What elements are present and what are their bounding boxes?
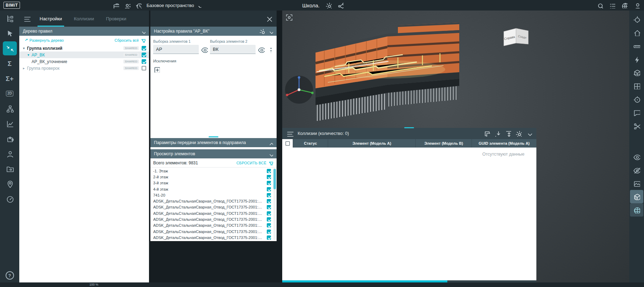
sum-plus-tool[interactable]: Σ+ [3,71,17,86]
transfer-params-header[interactable]: Параметры передачи элементов в подправил… [150,138,277,147]
scrollbar-thumb[interactable] [273,169,276,189]
list-item[interactable]: 2-й этаж [150,174,272,180]
tree-row-checkbox[interactable] [142,53,146,57]
add-exclusion-button[interactable] [153,66,160,73]
collapse-arrow-icon[interactable]: ▾ [21,46,26,50]
item-checkbox[interactable] [267,169,271,173]
selection-1-visibility-button[interactable] [201,46,208,53]
grid-tool[interactable] [630,79,643,93]
collapse-panel-icon[interactable] [526,130,532,137]
selection-1-input[interactable] [153,45,199,54]
item-checkbox[interactable] [267,187,271,191]
tab-settings[interactable]: Настройки [34,11,68,27]
column-element-b[interactable]: Элемент (Модель B) [415,139,472,148]
elements-reset-link[interactable]: СБРОСИТЬ ВСЁ [236,160,273,165]
hide-elements-tool[interactable] [630,163,643,177]
selection-2-input[interactable] [210,45,256,54]
search-icon[interactable] [597,2,603,8]
list-item[interactable]: ADSK_ДетальСтальнаяСварная_Отвод_ГОСТ173… [150,210,272,216]
selection-2-more-button[interactable] [267,47,273,53]
tree-row-checkbox[interactable] [142,66,146,70]
dashboard-tool[interactable] [3,192,17,206]
drawings-2d-tool[interactable]: 2D [3,87,17,101]
help-button[interactable]: ? [6,271,14,280]
quick-clash-tool[interactable] [630,53,643,66]
structure-tool[interactable] [3,102,17,116]
section-box-tool[interactable] [630,66,643,79]
item-checkbox[interactable] [267,217,271,221]
collisions-drag-handle[interactable] [404,127,414,128]
item-checkbox[interactable] [267,211,271,216]
gear-icon[interactable] [259,28,265,34]
team-icon[interactable] [124,2,130,8]
export-icon[interactable] [494,130,501,137]
tree-row-checkbox[interactable] [142,46,146,50]
list-scrollbar[interactable] [273,168,276,240]
column-element-a[interactable]: Элемент (Модель A) [328,139,415,148]
history-icon[interactable] [135,2,142,8]
app-logo[interactable]: BIMiT [4,2,20,9]
sphere-view-tool[interactable] [630,203,643,217]
sum-tool[interactable]: Σ [3,56,17,70]
list-item[interactable]: 3-й этаж [150,180,272,186]
reset-all-link[interactable]: Сбросить всё [115,38,145,43]
item-checkbox[interactable] [267,175,271,179]
account-icon[interactable] [633,2,640,8]
users-tool[interactable] [3,147,17,161]
item-checkbox[interactable] [267,199,271,203]
list-item[interactable]: ADSK_ДетальСтальнаяСварная_Отвод_ГОСТ173… [150,223,272,228]
column-status[interactable]: Статус [293,139,328,148]
expand-arrow-icon[interactable]: ▸ [21,66,26,70]
tree-row-collision-group[interactable]: ▾ Группа коллизий SHARED [19,45,149,52]
copy-icon[interactable] [484,130,490,137]
model-tree-tool[interactable] [3,11,17,25]
item-checkbox[interactable] [267,181,271,185]
list-item[interactable]: ADSK_ДетальСтальнаяСварная_Отвод_ГОСТ173… [150,234,272,240]
item-checkbox[interactable] [267,193,271,197]
panel-menu-icon[interactable] [23,15,30,22]
item-checkbox[interactable] [267,230,271,234]
tree-row-ar-vk-clarify[interactable]: АР_ВК_уточнение SHARED [19,58,149,65]
viewport-crop-icon[interactable] [285,13,293,21]
access-tool[interactable] [3,177,17,191]
measure-tool[interactable] [630,39,643,53]
item-checkbox[interactable] [267,223,271,227]
materials-tool[interactable] [630,190,643,203]
item-checkbox[interactable] [267,235,271,240]
select-all-checkbox[interactable] [285,141,290,146]
tree-row-ar-vk[interactable]: ▾ АР_ВК SHARED [19,52,149,58]
tree-row-checkbox[interactable] [142,59,146,64]
selection-2-visibility-button[interactable] [258,46,265,53]
workspace-selector[interactable]: Базовое пространство [147,3,201,8]
collapse-arrow-icon[interactable]: ▾ [26,53,31,57]
close-icon[interactable] [265,15,272,22]
section-cut-tool[interactable] [630,119,643,132]
list-menu-icon[interactable] [609,2,615,8]
list-item[interactable]: ADSK_ДетальСтальнаяСварная_Отвод_ГОСТ173… [150,204,272,210]
list-item[interactable]: -1. Этаж [150,168,272,174]
comments-tool[interactable] [630,106,643,119]
rule-settings-header[interactable]: Настройка правила "АР_ВК" [150,27,277,36]
globe-icon[interactable] [621,2,628,8]
panel-menu-icon[interactable] [286,130,293,137]
charts-tool[interactable] [3,117,17,131]
projects-icon[interactable] [113,2,119,8]
snapshot-tool[interactable] [630,177,643,190]
settings-icon[interactable] [515,130,522,137]
tab-collisions[interactable]: Коллизии [68,11,100,27]
tab-checks[interactable]: Проверки [100,11,132,27]
item-checkbox[interactable] [267,205,271,209]
elements-list[interactable]: -1. Этаж 2-й этаж 3-й этаж 4-й этаж 741-… [150,168,272,241]
locate-element-tool[interactable] [630,93,643,106]
column-guid-a[interactable]: GUID элемента (Модель A) [472,139,536,148]
drag-handle[interactable] [209,136,218,137]
clash-detection-tool[interactable] [3,41,17,55]
tree-row-check-group[interactable]: ▸ Группа проверок SHARED [19,65,149,71]
elements-view-header[interactable]: Просмотр элементов [150,149,277,158]
expand-tree-link[interactable]: Развернуть дерево [23,38,64,43]
list-item[interactable]: ADSK_ДетальСтальнаяСварная_Отвод_ГОСТ173… [150,216,272,222]
select-tool[interactable] [3,26,17,40]
list-item[interactable]: ADSK_ДетальСтальнаяСварная_Отвод_ГОСТ173… [150,228,272,234]
home-view-tool[interactable] [630,26,643,39]
show-elements-tool[interactable] [630,150,643,163]
